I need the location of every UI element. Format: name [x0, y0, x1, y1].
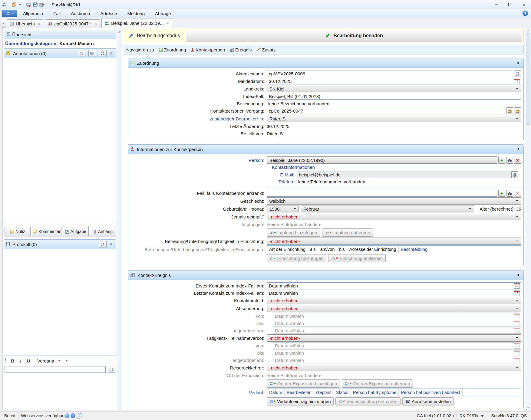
column-header[interactable]: am/von [318, 246, 337, 253]
geburtsmonat-select[interactable]: Februar [301, 205, 474, 212]
tab-list-button[interactable] [1, 19, 6, 28]
main-scrollbar[interactable]: ▲ ▼ [525, 28, 531, 410]
ort-hinzufuegen-button[interactable]: + Ort der Exposition hinzufügen [267, 379, 340, 388]
geimpft-select[interactable]: -nicht erhoben- [267, 213, 521, 220]
collapse-section-icon[interactable]: « [516, 273, 521, 277]
kontaktumfeld-select[interactable]: -nicht erhoben- [267, 297, 521, 304]
expand-panel-button[interactable] [99, 241, 107, 248]
drag-handle[interactable] [5, 358, 7, 363]
font-select[interactable]: Verdana [35, 358, 62, 364]
underline-button[interactable]: U [25, 357, 32, 364]
scroll-down-icon[interactable]: ▼ [525, 405, 531, 410]
person-field[interactable]: Beispiel, Jane (22.02.1990) [267, 156, 497, 164]
calendar-icon[interactable]: 15 [514, 79, 520, 84]
new-record-icon[interactable] [12, 2, 17, 7]
bold-button[interactable]: B [9, 357, 16, 364]
collapse-section-icon[interactable]: « [109, 242, 114, 247]
collapse-section-icon[interactable]: « [516, 61, 521, 65]
panel-splitter[interactable]: « [117, 28, 123, 410]
landkreis-select[interactable]: SK Kiel [267, 85, 521, 92]
remove-fall-button[interactable]: ✕ [514, 190, 521, 197]
send-email-button[interactable]: @ [511, 171, 518, 178]
add-fall-button[interactable]: + [498, 190, 505, 197]
save-icon[interactable] [33, 2, 38, 7]
letzter-kontakt-input[interactable]: Datum wählen 15 [267, 290, 521, 296]
scrollbar-thumb[interactable] [526, 33, 530, 125]
submit-comment-button[interactable] [108, 366, 115, 373]
bearbeiter-select[interactable]: Ritter, S. [267, 115, 521, 122]
einrichtung-hinzufuegen-button[interactable]: + Einrichtung hinzufügen [267, 254, 326, 262]
transfer-icon[interactable] [39, 2, 44, 7]
search-person-button[interactable] [506, 157, 513, 164]
column-header[interactable]: bis [337, 246, 347, 253]
grid-view-button[interactable] [88, 50, 96, 57]
float-window-button[interactable] [78, 50, 85, 57]
ort-entfernen-button[interactable]: ✕ Ort der Exposition entfernen [342, 379, 413, 388]
geburtsjahr-select[interactable]: 1990 [267, 205, 299, 212]
copy-record-button[interactable] [514, 70, 521, 77]
meldedatum-input[interactable]: 30.12.2025 15 [267, 78, 521, 84]
nav-kontaktperson-link[interactable]: Kontaktperson [191, 47, 225, 52]
tab-uebersicht[interactable]: Übersicht × [7, 19, 43, 28]
verbot-select[interactable]: -nicht erhoben- [267, 334, 521, 342]
close-button[interactable]: × [517, 0, 531, 9]
calendar-icon[interactable]: 15 [514, 290, 520, 296]
verlaufseintrag-entfernen-button[interactable]: ✕ Verlaufseintrag entfernen [335, 397, 400, 405]
comment-input[interactable] [5, 366, 106, 373]
column-header[interactable]: Beschreibung [399, 246, 430, 253]
anrufserie-erstellen-button[interactable]: ☎ Anrufserie erstellen [402, 397, 454, 405]
collapse-section-icon[interactable]: « [109, 51, 114, 56]
finish-editing-button[interactable]: ✔ Bearbeitung beenden [186, 30, 522, 41]
calendar-icon[interactable]: 15 [514, 283, 520, 289]
reiserueckkehrer-select[interactable]: -nicht erhoben- [267, 364, 521, 371]
minimize-button[interactable] [489, 0, 503, 9]
kommentar-button[interactable]: Kommentar [32, 226, 61, 237]
column-header[interactable]: als [308, 246, 318, 253]
fall-erkrankt-input[interactable] [267, 190, 497, 197]
anhang-button[interactable]: Anhang [90, 226, 116, 237]
overview-header[interactable]: Σ Übersicht [4, 30, 116, 39]
help-button[interactable]: ? [523, 11, 528, 16]
nav-ereignis-link[interactable]: Ereignis [230, 47, 252, 52]
column-header[interactable]: Art der Einrichtung [267, 246, 308, 253]
aufgabe-button[interactable]: Aufgabe [63, 226, 89, 237]
column-header[interactable]: Status [334, 389, 351, 396]
notiz-button[interactable]: + Notiz [5, 226, 31, 237]
webservice-globe-icon[interactable] [64, 413, 69, 418]
menu-ausbruch[interactable]: Ausbruch [66, 10, 94, 17]
email-input[interactable]: beispiel@beispiel.de [297, 172, 510, 178]
search-fall-button[interactable] [506, 190, 513, 197]
italic-button[interactable]: I [17, 357, 24, 364]
impfung-entfernen-button[interactable]: ✕ Impfung entfernen [322, 228, 373, 237]
column-header[interactable]: Person hat Symptome [351, 389, 399, 396]
select-vorgang-button[interactable] [506, 107, 513, 114]
vorgang-input[interactable]: cpColl2025-0047 [267, 108, 505, 114]
column-header[interactable]: Person hat positiven Labortest [399, 389, 463, 396]
aktenzeichen-input[interactable]: cpMSV2025-0008 [267, 71, 513, 77]
column-header[interactable]: Datum [267, 389, 285, 396]
impfung-hinzufuegen-button[interactable]: + Impfung hinzufügen [267, 228, 320, 237]
menu-meldung[interactable]: Meldung [123, 10, 149, 17]
remove-person-button[interactable]: ✕ [514, 157, 521, 164]
absonderung-select[interactable]: -nicht erhoben- [267, 305, 521, 312]
dropdown-arrow-icon[interactable] [19, 4, 21, 5]
nav-zuordnung-link[interactable]: Zuordnung [159, 47, 186, 52]
tab-close-icon[interactable]: × [94, 21, 97, 26]
add-person-button[interactable]: + [498, 157, 505, 164]
open-icon[interactable] [26, 2, 31, 7]
column-header[interactable]: Adresse der Einrichtung [347, 246, 399, 253]
scroll-up-icon[interactable]: ▲ [525, 28, 531, 33]
column-header[interactable]: Geplant [314, 389, 334, 396]
indexfall-input[interactable]: Beispiel, Bill (01.01.2013) [267, 93, 521, 100]
verlaufseintrag-hinzufuegen-button[interactable]: + Verlaufseintrag hinzufügen [267, 397, 334, 405]
collapse-sidebar-icon[interactable]: « [117, 29, 122, 35]
open-vorgang-button[interactable] [514, 107, 521, 114]
help-status-icon[interactable]: ? [77, 413, 82, 418]
tab-beispiel-jane[interactable]: Beispiel, Jane (22.02.19... × [101, 18, 172, 28]
geschlecht-select[interactable]: weiblich [267, 197, 521, 205]
tab-close-icon[interactable]: × [167, 21, 169, 26]
menu-allgemein[interactable]: Allgemein [18, 10, 48, 17]
collapse-section-icon[interactable]: « [516, 147, 521, 152]
app-menu-button[interactable] [2, 10, 17, 17]
tab-cpcoll[interactable]: cpColl2025-0047 * × [45, 19, 100, 28]
